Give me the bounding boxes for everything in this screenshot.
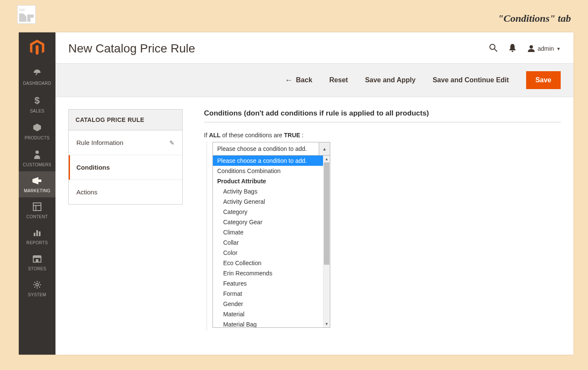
option-item[interactable]: Climate — [213, 227, 323, 237]
content-row: CATALOG PRICE RULE Rule Information✎Cond… — [55, 97, 573, 355]
svg-point-13 — [490, 44, 495, 49]
page-header: New Catalog Price Rule admin ▼ — [55, 32, 573, 63]
side-tabs: CATALOG PRICE RULE Rule Information✎Cond… — [68, 109, 183, 205]
option-item[interactable]: Category Gear — [213, 217, 323, 227]
nav-label: PRODUCTS — [25, 136, 50, 140]
admin-account[interactable]: admin ▼ — [527, 44, 561, 53]
main-area: New Catalog Price Rule admin ▼ — [55, 32, 573, 355]
dollar-icon: $ — [33, 95, 41, 107]
option-item[interactable]: Conditions Combination — [213, 166, 323, 176]
option-item[interactable]: Color — [213, 248, 323, 258]
option-item[interactable]: Format — [213, 289, 323, 299]
side-tab-conditions[interactable]: Conditions — [69, 155, 182, 180]
side-tabs-title: CATALOG PRICE RULE — [69, 110, 182, 130]
save-button[interactable]: Save — [526, 71, 561, 89]
option-item[interactable]: Erin Recommends — [213, 268, 323, 278]
save-continue-button[interactable]: Save and Continue Edit — [433, 76, 509, 84]
nav-item-products[interactable]: PRODUCTS — [19, 118, 55, 145]
scroll-down-button[interactable]: ▼ — [323, 321, 330, 327]
svg-text:$: $ — [35, 95, 40, 105]
save-label: Save — [536, 76, 551, 84]
user-icon — [527, 44, 535, 53]
sentence-all[interactable]: ALL — [209, 132, 221, 139]
reset-label: Reset — [329, 76, 348, 84]
svg-text:Del: Del — [19, 8, 25, 12]
bell-icon[interactable] — [509, 43, 516, 54]
condition-dropdown: Please choose a condition to add.Conditi… — [212, 156, 330, 328]
nav-item-reports[interactable]: REPORTS — [19, 223, 55, 249]
nav-label: CUSTOMERS — [23, 162, 51, 167]
svg-point-3 — [35, 150, 39, 154]
arrow-left-icon: ← — [285, 76, 293, 85]
svg-rect-7 — [34, 233, 35, 236]
nav-item-stores[interactable]: STORES — [19, 249, 55, 275]
sentence-colon: : — [300, 132, 304, 139]
cube-icon — [32, 123, 42, 134]
sentence-true[interactable]: TRUE — [284, 132, 300, 139]
nav-item-system[interactable]: SYSTEM — [19, 275, 55, 301]
app-frame: DASHBOARD$SALESPRODUCTSCUSTOMERSMARKETIN… — [19, 32, 573, 355]
bars-icon — [33, 228, 41, 239]
admin-label: admin — [538, 45, 554, 52]
option-item[interactable]: Activity General — [213, 197, 323, 207]
nav-label: STORES — [28, 266, 47, 271]
sentence-if: If — [204, 132, 209, 139]
nav-item-content[interactable]: CONTENT — [19, 197, 55, 223]
nav-label: SYSTEM — [28, 292, 47, 297]
side-tab-label: Conditions — [76, 164, 110, 171]
condition-select-value: Please choose a condition to add. — [213, 142, 319, 155]
side-tab-label: Actions — [76, 188, 97, 196]
magento-logo[interactable] — [19, 32, 55, 63]
save-continue-label: Save and Continue Edit — [433, 76, 509, 84]
condition-block: Please choose a condition to add. ▲ Plea… — [212, 142, 561, 328]
pencil-icon: ✎ — [169, 139, 175, 146]
nav-label: MARKETING — [24, 188, 50, 193]
nav-item-dashboard[interactable]: DASHBOARD — [19, 63, 55, 90]
option-item[interactable]: Features — [213, 278, 323, 289]
conditions-panel: Conditions (don't add conditions if rule… — [204, 109, 561, 343]
option-group: Product Attribute — [213, 176, 323, 186]
sentence-mid: of these conditions are — [221, 132, 284, 139]
side-tab-rule-information[interactable]: Rule Information✎ — [69, 130, 182, 155]
svg-rect-8 — [36, 230, 38, 236]
condition-dropdown-list[interactable]: Please choose a condition to add.Conditi… — [213, 156, 323, 327]
condition-select[interactable]: Please choose a condition to add. ▲ — [212, 142, 330, 156]
option-item[interactable]: Gender — [213, 299, 323, 309]
reset-button[interactable]: Reset — [329, 76, 348, 84]
nav-label: CONTENT — [26, 214, 48, 219]
admin-nav: DASHBOARD$SALESPRODUCTSCUSTOMERSMARKETIN… — [19, 32, 55, 355]
nav-label: REPORTS — [26, 240, 48, 245]
side-tab-label: Rule Information — [76, 139, 123, 146]
condition-select-toggle[interactable]: ▲ — [319, 142, 330, 155]
nav-item-sales[interactable]: $SALES — [19, 90, 55, 118]
person-icon — [33, 150, 41, 161]
option-item[interactable]: Material Bag — [213, 319, 323, 327]
option-item[interactable]: Collar — [213, 237, 323, 248]
nav-item-customers[interactable]: CUSTOMERS — [19, 145, 55, 171]
page-title: New Catalog Price Rule — [68, 42, 195, 55]
option-item[interactable]: Category — [213, 207, 323, 217]
save-apply-button[interactable]: Save and Apply — [365, 76, 416, 84]
save-apply-label: Save and Apply — [365, 76, 416, 84]
side-tab-actions[interactable]: Actions — [69, 180, 182, 204]
caret-down-icon: ▼ — [556, 46, 561, 51]
scroll-up-button[interactable]: ▲ — [323, 156, 330, 162]
option-item[interactable]: Material — [213, 309, 323, 319]
option-item[interactable]: Please choose a condition to add. — [213, 156, 323, 166]
svg-point-15 — [530, 45, 533, 49]
option-item[interactable]: Eco Collection — [213, 258, 323, 268]
header-tools: admin ▼ — [489, 43, 561, 54]
option-item[interactable]: Activity Bags — [213, 186, 323, 197]
back-button[interactable]: ← Back — [285, 76, 312, 85]
action-bar: ← Back Reset Save and Apply Save and Con… — [55, 63, 573, 97]
dashboard-icon — [32, 68, 42, 79]
panel-title: Conditions (don't add conditions if rule… — [204, 109, 561, 122]
svg-rect-4 — [33, 203, 41, 211]
layout-icon — [33, 202, 41, 213]
dropdown-scrollbar[interactable]: ▲ ▼ — [323, 156, 330, 327]
search-icon[interactable] — [489, 43, 498, 54]
nav-item-marketing[interactable]: MARKETING — [19, 171, 55, 197]
svg-rect-9 — [39, 231, 41, 236]
scroll-thumb[interactable] — [324, 162, 329, 265]
vendor-logo: Del — [17, 5, 36, 24]
